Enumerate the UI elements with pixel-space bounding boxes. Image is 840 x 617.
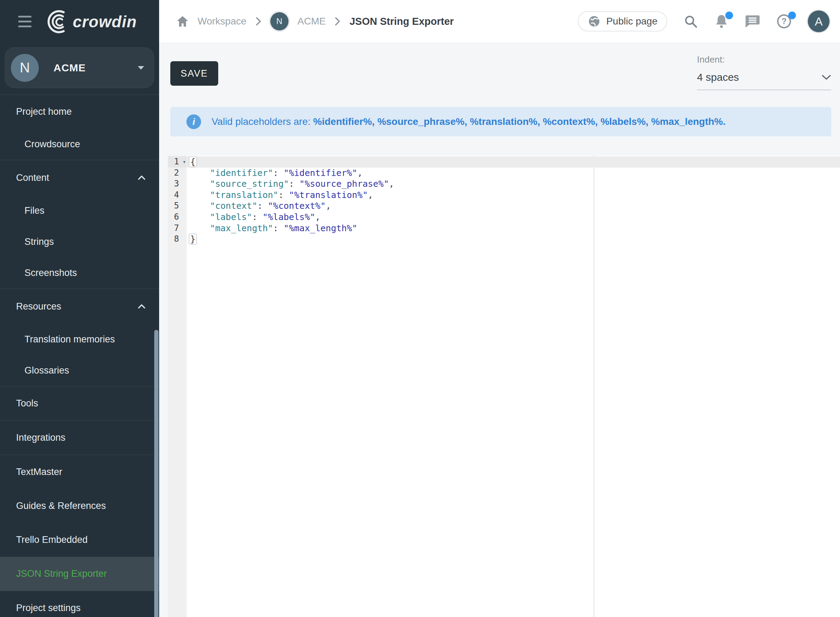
code-line-7[interactable]: "max_length": "%max_length%" <box>187 223 840 234</box>
svg-text:?: ? <box>782 16 787 26</box>
globe-icon <box>588 15 601 28</box>
placeholder: %source_phrase%, <box>377 116 470 127</box>
sidebar-item-crowdsource[interactable]: Crowdsource <box>0 129 159 160</box>
notifications-button[interactable] <box>714 14 729 29</box>
sidebar-item-label: TextMaster <box>16 466 62 477</box>
code-token: : <box>289 179 299 189</box>
code-line-2[interactable]: "identifier": "%identifier%", <box>187 168 840 179</box>
sidebar-item-label: Strings <box>25 236 54 247</box>
crowdin-logo[interactable]: crowdin <box>44 9 137 34</box>
messages-button[interactable] <box>745 14 760 29</box>
crowdin-logo-swirl-icon <box>44 9 69 34</box>
code-token: "%translation%" <box>289 190 368 200</box>
sidebar-item-label: Project settings <box>16 603 81 614</box>
workspace-name: ACME <box>53 62 85 74</box>
code-token: "labels" <box>210 212 252 222</box>
topbar-brand-area: crowdin <box>0 0 159 43</box>
breadcrumb: Workspace N ACME JSON String Exporter <box>177 12 454 30</box>
notification-badge <box>725 12 733 19</box>
workspace-selector[interactable]: N ACME <box>4 47 154 88</box>
gutter-line-4: 4 <box>168 190 187 201</box>
sidebar-item-label: Translation memories <box>25 334 115 345</box>
sidebar-item-label: Content <box>16 173 49 183</box>
gutter-line-5: 5 <box>168 201 187 212</box>
gutter-line-2: 2 <box>168 168 187 179</box>
sidebar-item-integrations[interactable]: Integrations <box>0 421 159 455</box>
sidebar-item-project-home[interactable]: Project home <box>0 95 159 129</box>
editor-gutter: 1▾2345678 <box>168 156 187 617</box>
sidebar-item-textmaster[interactable]: TextMaster <box>0 455 159 489</box>
code-token: "%context%" <box>268 201 326 211</box>
caret-down-icon <box>138 66 144 69</box>
indent-control: Indent: 4 spaces <box>697 54 831 90</box>
sidebar-item-label: Crowdsource <box>25 139 80 150</box>
code-token <box>189 212 210 222</box>
workspace-avatar-initial: N <box>20 60 30 75</box>
logo-wordmark: crowdin <box>73 12 137 31</box>
sidebar-item-files[interactable]: Files <box>0 195 159 226</box>
sidebar-item-resources[interactable]: Resources <box>0 289 159 324</box>
placeholder: %identifier%, <box>313 116 378 127</box>
hamburger-icon <box>18 21 31 22</box>
indent-select[interactable]: 4 spaces <box>697 71 831 90</box>
breadcrumb-workspace-link[interactable]: Workspace <box>197 16 246 27</box>
sidebar-item-trello-embedded[interactable]: Trello Embedded <box>0 523 159 557</box>
placeholder: %translation%, <box>470 116 543 127</box>
code-token: "%identifier%" <box>284 168 357 178</box>
sidebar-item-glossaries[interactable]: Glossaries <box>0 355 159 386</box>
code-line-3[interactable]: "source_string": "%source_phrase%", <box>187 179 840 190</box>
editor-code-area[interactable]: { "identifier": "%identifier%", "source_… <box>187 156 840 617</box>
gutter-line-8: 8 <box>168 234 187 245</box>
code-line-6[interactable]: "labels": "%labels%", <box>187 212 840 223</box>
topbar-main: Workspace N ACME JSON String Exporter <box>159 0 840 43</box>
code-token <box>189 168 210 178</box>
gutter-line-7: 7 <box>168 223 187 234</box>
info-banner-text: Valid placeholders are: %identifier%, %s… <box>212 116 726 127</box>
sidebar-item-strings[interactable]: Strings <box>0 226 159 257</box>
public-page-button[interactable]: Public page <box>578 11 667 31</box>
sidebar-item-label: Project home <box>16 106 72 117</box>
breadcrumb-project-link[interactable]: ACME <box>298 16 326 27</box>
sidebar-item-label: Guides & References <box>16 500 106 511</box>
fold-caret-icon[interactable]: ▾ <box>183 156 186 168</box>
sidebar-item-guides-references[interactable]: Guides & References <box>0 489 159 523</box>
code-token: , <box>326 201 331 211</box>
sidebar-item-json-string-exporter[interactable]: JSON String Exporter <box>0 557 159 591</box>
code-line-8[interactable]: } <box>187 234 840 245</box>
placeholder: %max_length%. <box>651 116 726 127</box>
code-token: "%max_length%" <box>284 223 357 233</box>
sidebar-item-translation-memories[interactable]: Translation memories <box>0 324 159 355</box>
sidebar-item-label: Glossaries <box>25 365 69 376</box>
sidebar-item-project-settings[interactable]: Project settings <box>0 591 159 617</box>
user-avatar[interactable]: A <box>808 10 830 32</box>
code-token <box>189 223 210 233</box>
code-token: "max_length" <box>210 223 273 233</box>
code-line-1[interactable]: { <box>187 156 840 168</box>
search-button[interactable] <box>683 14 698 29</box>
sidebar-item-content[interactable]: Content <box>0 160 159 195</box>
save-button[interactable]: SAVE <box>170 61 218 86</box>
home-icon[interactable] <box>177 16 189 27</box>
topbar-actions: Public page <box>578 10 830 32</box>
sidebar-scrollbar[interactable] <box>154 330 158 617</box>
hamburger-menu-button[interactable] <box>18 16 32 27</box>
code-token: { <box>189 156 197 167</box>
help-button[interactable]: ? <box>777 14 792 29</box>
code-token: : <box>252 212 262 222</box>
code-editor[interactable]: 1▾2345678 { "identifier": "%identifier%"… <box>168 156 840 617</box>
code-token <box>189 190 210 200</box>
main-content: SAVE Indent: 4 spaces i Valid placeholde… <box>159 43 840 617</box>
gutter-line-6: 6 <box>168 212 187 223</box>
chat-icon <box>745 14 760 29</box>
code-token: , <box>357 168 363 178</box>
chevron-up-icon <box>137 304 146 309</box>
sidebar-item-screenshots[interactable]: Screenshots <box>0 257 159 289</box>
sidebar-item-label: Tools <box>16 398 38 409</box>
info-banner-placeholders: %identifier%, %source_phrase%, %translat… <box>313 116 726 127</box>
code-line-5[interactable]: "context": "%context%", <box>187 201 840 212</box>
sidebar-item-tools[interactable]: Tools <box>0 387 159 421</box>
hamburger-icon <box>18 16 31 18</box>
code-line-4[interactable]: "translation": "%translation%", <box>187 190 840 201</box>
sidebar-item-label: Trello Embedded <box>16 534 88 545</box>
hamburger-icon <box>18 25 31 27</box>
